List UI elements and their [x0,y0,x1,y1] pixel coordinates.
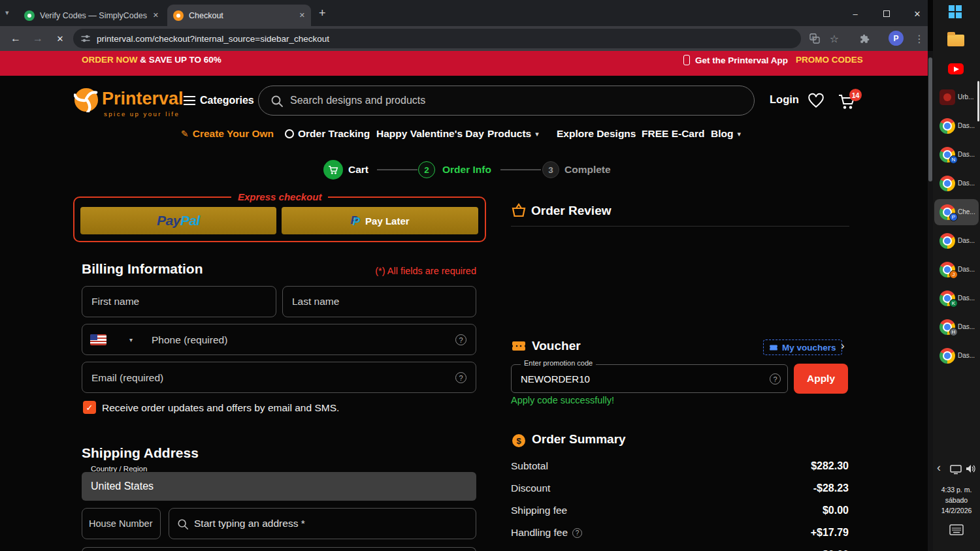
my-vouchers-chevron-icon[interactable]: › [841,339,845,353]
taskbar-collapse-chevron-icon[interactable]: ‹ [937,461,941,475]
taskbar-item-das[interactable]: K Das... [934,285,979,311]
my-vouchers-button[interactable]: My vouchers [763,339,842,355]
site-settings-icon[interactable] [81,34,90,43]
volume-icon[interactable] [966,464,976,476]
new-tab-button[interactable]: + [319,7,326,20]
promo-codes-link[interactable]: PROMO CODES [796,55,863,65]
categories-button[interactable]: Categories [200,95,254,106]
login-button[interactable]: Login [770,93,799,106]
phone-field[interactable]: ▾ Phone (required) ? [82,324,476,355]
maximize-button[interactable] [877,7,896,20]
windows-start-icon[interactable] [949,5,962,18]
email-field[interactable]: Email (required) ? [82,362,476,393]
promo-code-input[interactable] [511,364,788,393]
updates-checkbox-label: Receive order updates and offers by emai… [102,402,339,414]
wishlist-heart-icon[interactable] [808,93,825,111]
pay-later-label: Pay Later [365,215,410,227]
step-2-circle[interactable]: 2 [418,161,435,178]
taskbar-item-das[interactable]: H Das... [934,314,979,340]
minimize-button[interactable]: – [846,7,864,20]
taskbar-item-label: Das... [958,122,975,129]
tab-simplycodes[interactable]: Verify Codes — SimplyCodes ✕ [18,5,165,26]
paypal-button[interactable]: PayPal [80,207,276,234]
bookmark-star-icon[interactable]: ☆ [827,31,841,46]
printerval-logo-icon[interactable] [74,87,99,115]
search-bar[interactable] [258,86,755,116]
my-vouchers-label: My vouchers [782,343,836,353]
nav-blog[interactable]: Blog▾ [711,128,741,140]
taskbar-scrollbar-thumb[interactable] [977,81,979,121]
browser-menu-icon[interactable]: ⋮ [912,31,926,46]
taskbar-item-das[interactable]: Das... [934,113,979,139]
country-select[interactable]: United States [82,472,476,501]
translate-icon[interactable]: A [808,31,822,46]
nav-products[interactable]: Products▾ [487,128,539,140]
display-icon[interactable] [950,465,962,477]
profile-badge: P [949,213,958,221]
tab-search-chevron-icon[interactable]: ▾ [5,8,9,17]
house-number-input[interactable] [82,508,161,539]
first-name-input[interactable] [82,286,276,317]
step-cart-label[interactable]: Cart [348,164,368,176]
brand-name[interactable]: Printerval [102,89,184,109]
taskbar: Urb... Das... N Das... Das... P Che... D… [933,0,980,551]
nav-label: FREE E-Card [642,128,704,140]
address-bar[interactable]: printerval.com/checkout?internal_source=… [73,29,801,48]
nav-order-tracking[interactable]: Order Tracking [285,128,370,140]
email-help-icon[interactable]: ? [455,372,466,383]
last-name-input[interactable] [282,286,476,317]
back-icon[interactable]: ← [8,31,24,46]
tab-checkout[interactable]: Checkout ✕ [167,5,311,26]
clock-time[interactable]: 4:33 p. m. [933,486,980,494]
taskbar-item-label: Das... [958,294,975,302]
close-button[interactable]: ✕ [908,7,926,20]
taskbar-item-das[interactable]: Das... [934,343,979,369]
apply-button[interactable]: Apply [794,364,848,394]
address-field[interactable] [169,508,476,539]
nav-label: Create Your Own [193,128,274,140]
taskbar-item-urb[interactable]: Urb... [934,84,979,110]
updates-checkbox[interactable]: ✓ [83,401,96,414]
profile-badge: J [949,270,958,279]
chrome-icon [939,118,955,134]
handling-fee-help-icon[interactable]: ? [572,528,582,538]
scrollbar-thumb[interactable] [928,57,932,181]
nav-explore-designs[interactable]: Explore Designs [557,128,636,140]
extensions-icon[interactable] [857,31,872,46]
taskbar-item-das[interactable]: J Das... [934,257,979,283]
step-cart-icon[interactable] [323,160,343,180]
profile-avatar[interactable]: P [889,31,904,46]
nav-create-your-own[interactable]: ✎Create Your Own [181,128,274,140]
taskbar-item-das[interactable]: N Das... [934,142,979,168]
taskbar-item-das[interactable]: Das... [934,170,979,197]
forward-icon[interactable]: → [30,31,46,46]
youtube-icon[interactable] [948,63,964,74]
get-app-link[interactable]: Get the Printerval App [683,55,788,65]
phone-help-icon[interactable]: ? [455,334,466,345]
nav-valentines[interactable]: Happy Valentine's Day [376,128,484,140]
search-input[interactable] [259,86,754,115]
chevron-down-icon: ▾ [737,130,741,138]
file-explorer-icon[interactable] [947,35,964,46]
stop-loading-icon[interactable]: ✕ [52,31,68,46]
tab-close-icon[interactable]: ✕ [299,11,305,20]
profile-badge: N [949,155,958,164]
step-order-info-label[interactable]: Order Info [442,164,491,176]
promo-help-icon[interactable]: ? [770,373,781,385]
required-note: (*) All fields are required [314,266,476,276]
keyboard-icon[interactable] [949,524,964,538]
nav-free-ecard[interactable]: FREE E-Card [642,128,704,140]
taskbar-item-checkout-active[interactable]: P Che... [934,199,979,225]
tab-close-icon[interactable]: ✕ [153,11,159,20]
flag-chevron-icon[interactable]: ▾ [129,336,133,343]
order-summary-icon: $ [512,434,525,447]
app-icon [939,89,955,105]
voucher-success-message: Apply code successfully! [511,395,614,405]
hamburger-menu-icon[interactable] [184,100,195,101]
address-input[interactable] [169,509,476,539]
us-flag-icon[interactable] [90,334,106,345]
order-summary-title: Order Summary [532,432,626,447]
paypal-pay-later-button[interactable]: PP Pay Later [282,207,478,234]
taskbar-item-das[interactable]: Das... [934,228,979,254]
summary-row-discount: Discount -$28.23 [511,480,849,497]
